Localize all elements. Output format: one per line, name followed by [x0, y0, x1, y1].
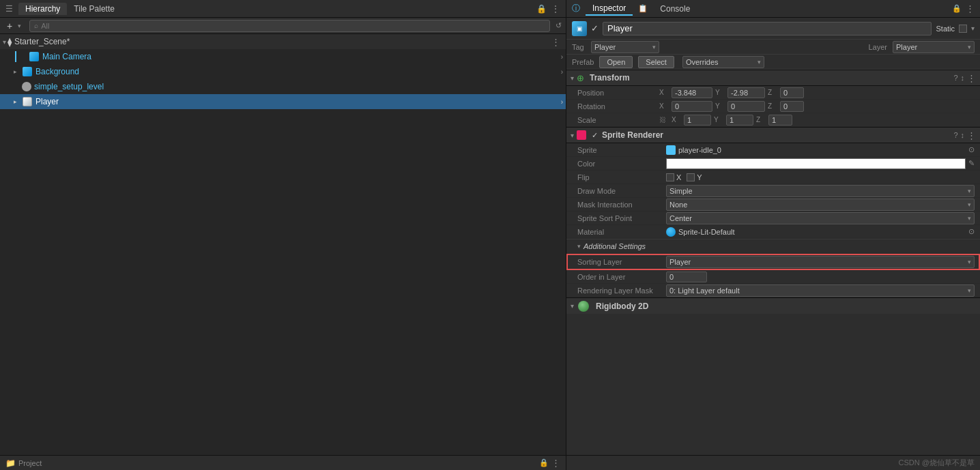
additional-settings-header[interactable]: ▾ Additional Settings: [566, 239, 980, 254]
hierarchy-item-label: Main Camera: [42, 52, 91, 61]
project-label[interactable]: Project: [18, 459, 42, 467]
scene-header[interactable]: ▾ ⧫ Starter_Scene* ⋮: [0, 34, 566, 49]
static-checkbox[interactable]: [959, 25, 967, 33]
flip-x-checkbox[interactable]: [666, 173, 674, 181]
layer-dropdown[interactable]: Player ▾: [893, 41, 975, 53]
console-icon: 📋: [638, 4, 648, 13]
sprite-prop-row: Sprite player-idle_0 ⊙: [566, 143, 980, 157]
hierarchy-item-label: Background: [35, 67, 79, 76]
tab-inspector[interactable]: Inspector: [586, 2, 633, 16]
expand-arrow-icon[interactable]: ▸: [14, 68, 22, 75]
footer: CSDN @烧仙草不是草: [566, 455, 980, 470]
sprite-renderer-settings-icon[interactable]: ↕: [961, 131, 965, 139]
draw-mode-dropdown[interactable]: Simple ▾: [666, 185, 975, 197]
lock-inspector-icon: 🔒: [952, 4, 962, 13]
panel-options-icon[interactable]: ⋮: [551, 3, 560, 14]
search-icon: ⌕: [34, 22, 38, 29]
sprite-sort-point-dropdown[interactable]: Center ▾: [666, 212, 975, 224]
material-target-icon[interactable]: ⊙: [968, 227, 975, 236]
pos-z-input[interactable]: [780, 87, 804, 98]
rendering-layer-mask-dropdown[interactable]: 0: Light Layer default ▾: [666, 284, 975, 297]
pos-y-input[interactable]: [727, 87, 765, 98]
add-dropdown-icon[interactable]: ▾: [18, 23, 21, 29]
transform-help-icon[interactable]: ?: [953, 74, 957, 82]
rigidbody-icon: [578, 301, 589, 312]
lock-bottom-icon: 🔒: [539, 458, 549, 467]
transform-menu-icon[interactable]: ⋮: [967, 73, 976, 83]
sorting-layer-arrow-icon: ▾: [968, 259, 971, 265]
tab-hierarchy[interactable]: Hierarchy: [18, 3, 67, 15]
dots-bottom-icon[interactable]: ⋮: [551, 458, 560, 468]
hierarchy-item-main-camera[interactable]: Main Camera ›: [0, 49, 566, 64]
watermark: CSDN @烧仙草不是草: [899, 458, 975, 468]
order-in-layer-input[interactable]: [666, 271, 707, 282]
sprite-label: Sprite: [577, 146, 666, 154]
mask-interaction-value: None: [669, 201, 687, 209]
hierarchy-item-background[interactable]: ▸ Background ›: [0, 64, 566, 79]
hamburger-icon[interactable]: ☰: [5, 4, 13, 14]
select-button[interactable]: Select: [638, 56, 674, 68]
material-icon: [666, 227, 676, 237]
sprite-renderer-enabled-check[interactable]: ✓: [592, 131, 598, 140]
tag-dropdown[interactable]: Player ▾: [591, 41, 659, 53]
draw-mode-label: Draw Mode: [577, 187, 666, 195]
scene-name: Starter_Scene*: [14, 37, 70, 46]
flip-prop-row: Flip X Y: [566, 171, 980, 184]
rendering-layer-mask-prop-row: Rendering Layer Mask 0: Light Layer defa…: [566, 284, 980, 297]
flip-y-checkbox[interactable]: [687, 173, 695, 181]
color-picker[interactable]: [666, 158, 966, 169]
mask-interaction-dropdown[interactable]: None ▾: [666, 199, 975, 211]
scene-arrow-icon: ▾: [3, 38, 6, 46]
rigidbody-section-header[interactable]: ▾ Rigidbody 2D: [566, 297, 980, 314]
hierarchy-item-player[interactable]: ▸ Player ›: [0, 94, 566, 109]
scale-x-label: X: [672, 116, 681, 123]
open-button[interactable]: Open: [599, 56, 633, 68]
search-input[interactable]: [41, 22, 545, 30]
scale-x-input[interactable]: [684, 115, 711, 126]
active-checkbox[interactable]: ✓: [591, 23, 599, 33]
hierarchy-item-label: simple_setup_level: [34, 82, 104, 91]
inspector-options-icon[interactable]: ⋮: [966, 3, 975, 14]
rotation-label: Rotation: [577, 102, 659, 111]
rendering-layer-mask-value: 0: Light Layer default: [669, 287, 740, 295]
tab-tile-palette[interactable]: Tile Palette: [67, 3, 121, 15]
sorting-layer-dropdown[interactable]: Player ▾: [666, 256, 975, 268]
rotation-row: Rotation X Y Z: [566, 100, 980, 113]
object-name-input[interactable]: [603, 22, 932, 35]
rigidbody-arrow-icon: ▾: [571, 302, 574, 310]
rigidbody-title: Rigidbody 2D: [596, 302, 976, 311]
sorting-layer-prop-row: Sorting Layer Player ▾: [566, 254, 980, 270]
transform-settings-icon[interactable]: ↕: [961, 74, 965, 82]
add-button[interactable]: +: [4, 20, 15, 31]
hierarchy-item-simple-setup-level[interactable]: simple_setup_level: [0, 79, 566, 94]
transform-section-header[interactable]: ▾ ⊕ Transform ? ↕ ⋮: [566, 70, 980, 86]
additional-settings-arrow-icon: ▾: [577, 243, 581, 250]
sprite-renderer-arrow-icon: ▾: [571, 132, 574, 139]
sprite-renderer-section-header[interactable]: ▾ ✓ Sprite Renderer ? ↕ ⋮: [566, 127, 980, 143]
scale-y-input[interactable]: [726, 115, 753, 126]
tab-console[interactable]: Console: [653, 3, 697, 15]
rot-x-input[interactable]: [672, 101, 712, 112]
sprite-renderer-help-icon[interactable]: ?: [953, 131, 957, 139]
rot-z-input[interactable]: [780, 101, 804, 112]
arrow-right-icon: ›: [561, 68, 563, 76]
refresh-icon[interactable]: ↺: [556, 21, 562, 30]
scale-lock-icon[interactable]: ⛓: [659, 116, 666, 123]
static-dropdown-icon[interactable]: ▾: [971, 25, 975, 32]
scale-z-input[interactable]: [768, 115, 792, 126]
sprite-renderer-menu-icon[interactable]: ⋮: [967, 130, 976, 141]
rot-y-input[interactable]: [727, 101, 765, 112]
paint-icon[interactable]: ✎: [968, 159, 975, 168]
mask-interaction-prop-row: Mask Interaction None ▾: [566, 198, 980, 211]
info-icon: ⓘ: [572, 3, 580, 14]
overrides-dropdown[interactable]: Overrides ▾: [682, 56, 764, 68]
hierarchy-item-label: Player: [35, 97, 59, 106]
tag-label: Tag: [572, 43, 588, 51]
tag-value: Player: [594, 43, 616, 51]
position-row: Position X Y Z: [566, 86, 980, 100]
expand-arrow-icon[interactable]: ▸: [14, 98, 22, 105]
scene-menu-icon[interactable]: ⋮: [551, 37, 560, 47]
flip-x-label: X: [676, 173, 681, 181]
sprite-target-icon[interactable]: ⊙: [968, 145, 975, 154]
pos-x-input[interactable]: [672, 87, 712, 98]
